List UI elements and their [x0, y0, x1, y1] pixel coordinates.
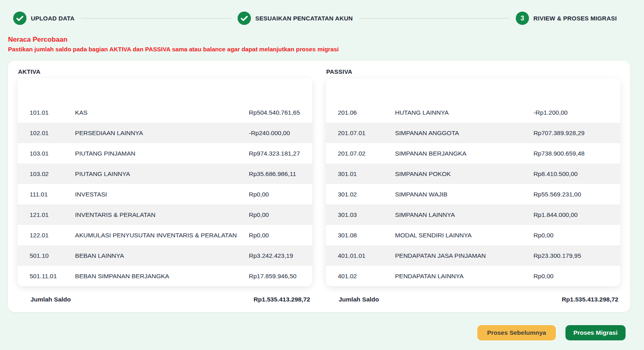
account-amount: Rp23.300.179,95	[533, 245, 620, 266]
table-row: 501.10 BEBAN LAINNYA Rp3.242.423,19	[18, 245, 312, 266]
account-amount: Rp55.569.231,00	[533, 184, 620, 204]
migrate-process-button[interactable]: Proses Migrasi	[565, 325, 626, 340]
account-code: 103.02	[18, 164, 75, 184]
table-row: 301.08 MODAL SENDIRI LAINNYA Rp0,00	[326, 225, 620, 245]
account-code: 501.11.01	[18, 266, 75, 286]
account-name: SIMPANAN WAJIB	[395, 184, 533, 204]
table-row: 101.01 KAS Rp504.540.761,65	[18, 102, 312, 123]
account-amount: Rp0,00	[533, 266, 620, 286]
total-label: Jumlah Saldo	[339, 296, 379, 303]
page-title: Neraca Percobaan	[8, 35, 636, 44]
total-label: Jumlah Saldo	[30, 296, 71, 303]
table-row: 201.06 HUTANG LAINNYA -Rp1.200,00	[326, 102, 620, 123]
table-row: 121.01 INVENTARIS & PERALATAN Rp0,00	[18, 204, 312, 225]
balance-card: AKTIVA 101.01 KAS Rp504.540.761,65	[8, 61, 630, 312]
table-row: 501.11.01 BEBAN SIMPANAN BERJANGKA Rp17.…	[18, 266, 312, 286]
passiva-section: PASSIVA 201.06 HUTANG LAINNYA -Rp1.200,0…	[326, 68, 620, 307]
account-code: 102.01	[18, 123, 75, 143]
account-amount: Rp0,00	[249, 184, 312, 204]
account-amount: Rp504.540.761,65	[249, 102, 312, 123]
account-code: 301.02	[326, 184, 395, 204]
table-header-row	[18, 78, 312, 102]
table-row: 103.01 PIUTANG PINJAMAN Rp974.323.181,27	[18, 143, 312, 164]
account-code: 103.01	[18, 143, 75, 164]
account-name: HUTANG LAINNYA	[395, 102, 533, 123]
account-amount: Rp0,00	[249, 225, 312, 245]
account-amount: Rp3.242.423,19	[249, 245, 312, 266]
account-name: SIMPANAN BERJANGKA	[395, 143, 533, 164]
account-name: AKUMULASI PENYUSUTAN INVENTARIS & PERALA…	[75, 225, 249, 245]
stepper-connector	[81, 18, 231, 18]
table-row: 201.07.02 SIMPANAN BERJANGKA Rp738.900.6…	[326, 143, 620, 164]
account-amount: Rp707.389.928,29	[533, 123, 620, 143]
account-amount: -Rp1.200,00	[533, 102, 620, 123]
step-riview-proses-migrasi: 3 RIVIEW & PROSES MIGRASI	[516, 12, 617, 25]
account-name: MODAL SENDIRI LAINNYA	[395, 225, 533, 245]
aktiva-total-row: Jumlah Saldo Rp1.535.413.298,72	[18, 293, 312, 307]
passiva-table-container: 201.06 HUTANG LAINNYA -Rp1.200,00 201.07…	[326, 78, 620, 286]
account-name: PIUTANG LAINNYA	[75, 164, 249, 184]
table-row: 201.07.01 SIMPANAN ANGGOTA Rp707.389.928…	[326, 123, 620, 143]
account-amount: Rp8.410.500,00	[533, 164, 620, 184]
account-code: 121.01	[18, 204, 75, 225]
account-code: 301.03	[326, 204, 395, 225]
account-name: INVENTARIS & PERALATAN	[75, 204, 249, 225]
account-amount: -Rp240.000,00	[249, 123, 312, 143]
table-header-row	[326, 78, 620, 102]
account-name: PENDAPATAN LAINNYA	[395, 266, 533, 286]
table-row: 401.01.01 PENDAPATAN JASA PINJAMAN Rp23.…	[326, 245, 620, 266]
account-amount: Rp35.686.986,11	[249, 164, 312, 184]
step-sesuaikan-pencatatan-akun: SESUAIKAN PENCATATAN AKUN	[238, 12, 353, 25]
passiva-table: 201.06 HUTANG LAINNYA -Rp1.200,00 201.07…	[326, 78, 620, 286]
total-amount: Rp1.535.413.298,72	[254, 296, 310, 303]
account-amount: Rp17.859.946,50	[249, 266, 312, 286]
account-amount: Rp0,00	[249, 204, 312, 225]
account-amount: Rp738.900.659,48	[533, 143, 620, 164]
account-name: PERSEDIAAN LAINNYA	[75, 123, 249, 143]
step-label: UPLOAD DATA	[31, 15, 75, 22]
aktiva-table: 101.01 KAS Rp504.540.761,65 102.01 PERSE…	[18, 78, 312, 286]
table-row: 103.02 PIUTANG LAINNYA Rp35.686.986,11	[18, 164, 312, 184]
step-number-badge: 3	[516, 12, 529, 25]
account-code: 101.01	[18, 102, 75, 123]
account-code: 201.06	[326, 102, 395, 123]
step-upload-data: UPLOAD DATA	[13, 12, 75, 25]
account-amount: Rp974.323.181,27	[249, 143, 312, 164]
passiva-label: PASSIVA	[326, 68, 620, 75]
stepper-connector	[359, 18, 509, 18]
passiva-total-row: Jumlah Saldo Rp1.535.413.298,72	[326, 293, 620, 307]
account-name: PIUTANG PINJAMAN	[75, 143, 249, 164]
account-code: 301.08	[326, 225, 395, 245]
migration-stepper: UPLOAD DATA SESUAIKAN PENCATATAN AKUN 3 …	[0, 0, 644, 25]
aktiva-table-container: 101.01 KAS Rp504.540.761,65 102.01 PERSE…	[18, 78, 312, 286]
account-name: SIMPANAN POKOK	[395, 164, 533, 184]
table-row: 301.01 SIMPANAN POKOK Rp8.410.500,00	[326, 164, 620, 184]
account-code: 401.01.01	[326, 245, 395, 266]
account-code: 122.01	[18, 225, 75, 245]
step-label: SESUAIKAN PENCATATAN AKUN	[255, 15, 353, 22]
aktiva-label: AKTIVA	[18, 68, 312, 75]
account-name: BEBAN LAINNYA	[75, 245, 249, 266]
table-row: 102.01 PERSEDIAAN LAINNYA -Rp240.000,00	[18, 123, 312, 143]
account-code: 201.07.02	[326, 143, 395, 164]
table-row: 301.03 SIMPANAN LAINNYA Rp1.844.000,00	[326, 204, 620, 225]
account-name: PENDAPATAN JASA PINJAMAN	[395, 245, 533, 266]
account-name: SIMPANAN LAINNYA	[395, 204, 533, 225]
check-icon	[238, 12, 251, 25]
table-row: 401.02 PENDAPATAN LAINNYA Rp0,00	[326, 266, 620, 286]
account-name: BEBAN SIMPANAN BERJANGKA	[75, 266, 249, 286]
account-name: KAS	[75, 102, 249, 123]
step-label: RIVIEW & PROSES MIGRASI	[533, 15, 617, 22]
heading-block: Neraca Percobaan Pastikan jumlah saldo p…	[8, 35, 636, 53]
account-code: 111.01	[18, 184, 75, 204]
previous-process-button[interactable]: Proses Sebelumnya	[477, 325, 555, 340]
account-code: 501.10	[18, 245, 75, 266]
account-code: 301.01	[326, 164, 395, 184]
total-amount: Rp1.535.413.298,72	[562, 296, 618, 303]
account-name: INVESTASI	[75, 184, 249, 204]
account-amount: Rp1.844.000,00	[533, 204, 620, 225]
table-row: 122.01 AKUMULASI PENYUSUTAN INVENTARIS &…	[18, 225, 312, 245]
action-buttons: Proses Sebelumnya Proses Migrasi	[0, 325, 626, 340]
table-row: 301.02 SIMPANAN WAJIB Rp55.569.231,00	[326, 184, 620, 204]
aktiva-section: AKTIVA 101.01 KAS Rp504.540.761,65	[18, 68, 312, 307]
